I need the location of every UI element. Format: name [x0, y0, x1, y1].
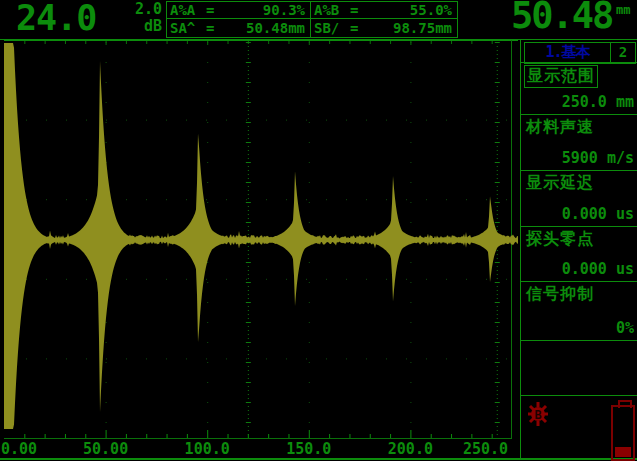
measurement-value: 50.48mm — [224, 20, 305, 36]
measurement-value: 90.3% — [224, 2, 305, 18]
sidebar-item-label[interactable]: 显示延迟 — [524, 173, 596, 194]
sidebar-item-2[interactable]: 显示延迟0.000 us — [521, 170, 637, 226]
gear-icon: B — [526, 401, 550, 427]
sidebar-item-empty — [521, 340, 637, 395]
ascan-svg — [4, 40, 518, 440]
menu-tab-page[interactable]: 2 — [610, 43, 635, 63]
measurement-grid: A%A=90.3%A%B=55.0%SA^=50.48mmSB/=98.75mm — [166, 1, 458, 38]
sidebar-item-value: 250.0 mm — [562, 93, 634, 111]
battery-icon — [611, 400, 635, 461]
measurement-equals: = — [350, 20, 368, 36]
measurement-equals: = — [206, 20, 224, 36]
x-axis-labels: 0.0050.00100.0150.0200.0250.0 — [0, 440, 520, 457]
sidebar-item-4[interactable]: 信号抑制0% — [521, 281, 637, 340]
sidebar-item-value: 5900 m/s — [562, 149, 634, 167]
gain-step: 2.0 — [114, 1, 162, 18]
svg-text:B: B — [534, 408, 541, 422]
x-tick-label: 50.00 — [83, 440, 128, 458]
x-tick-label: 200.0 — [388, 440, 433, 458]
measurement-equals: = — [206, 2, 224, 18]
menu-sidebar: 1.基本 2 显示范围250.0 mm材料声速5900 m/s显示延迟0.000… — [520, 40, 637, 458]
sidebar-item-1[interactable]: 材料声速5900 m/s — [521, 114, 637, 170]
gain-step-block: 2.0 dB — [114, 1, 162, 35]
battery-body — [611, 405, 635, 461]
x-tick-label: 250.0 — [463, 440, 508, 458]
sidebar-item-value: 0.000 us — [562, 205, 634, 223]
x-tick-label: 0.00 — [1, 440, 37, 458]
sidebar-item-3[interactable]: 探头零点0.000 us — [521, 226, 637, 281]
measurement-label: A%A — [170, 2, 206, 18]
measurement-equals: = — [350, 2, 368, 18]
ascan-waveform — [4, 43, 518, 429]
sidebar-item-label[interactable]: 探头零点 — [524, 229, 596, 250]
sidebar-item-value: 0% — [616, 319, 634, 337]
measurement-label: A%B — [314, 2, 350, 18]
measurement-box-a%a: A%A=90.3% — [167, 2, 311, 19]
measurement-box-sa^: SA^=50.48mm — [167, 19, 311, 37]
sidebar-item-label[interactable]: 信号抑制 — [524, 284, 596, 305]
primary-reading: 50.48 — [511, 0, 612, 37]
gain-value: 24.0 — [16, 0, 96, 38]
measurement-box-sb/: SB/=98.75mm — [311, 19, 457, 37]
x-tick-label: 100.0 — [185, 440, 230, 458]
measurement-value: 98.75mm — [368, 20, 452, 36]
measurement-box-a%b: A%B=55.0% — [311, 2, 457, 19]
menu-items: 显示范围250.0 mm材料声速5900 m/s显示延迟0.000 us探头零点… — [521, 62, 637, 461]
measurement-value: 55.0% — [368, 2, 452, 18]
sidebar-item-label[interactable]: 材料声速 — [524, 117, 596, 138]
x-tick-label: 150.0 — [286, 440, 331, 458]
measurement-label: SB/ — [314, 20, 350, 36]
sidebar-item-0[interactable]: 显示范围250.0 mm — [521, 62, 637, 114]
sidebar-item-label[interactable]: 显示范围 — [524, 65, 598, 88]
ascan-plot — [4, 40, 518, 440]
primary-reading-unit: mm — [616, 3, 630, 17]
ut-device-screen: 24.0 2.0 dB A%A=90.3%A%B=55.0%SA^=50.48m… — [0, 0, 637, 461]
sidebar-item-value: 0.000 us — [562, 260, 634, 278]
status-cell: B — [521, 395, 637, 461]
menu-tab-label[interactable]: 1.基本 — [525, 43, 610, 63]
battery-fill — [615, 447, 631, 457]
measurement-label: SA^ — [170, 20, 206, 36]
menu-tab[interactable]: 1.基本 2 — [524, 42, 636, 64]
gain-unit: dB — [114, 18, 162, 35]
